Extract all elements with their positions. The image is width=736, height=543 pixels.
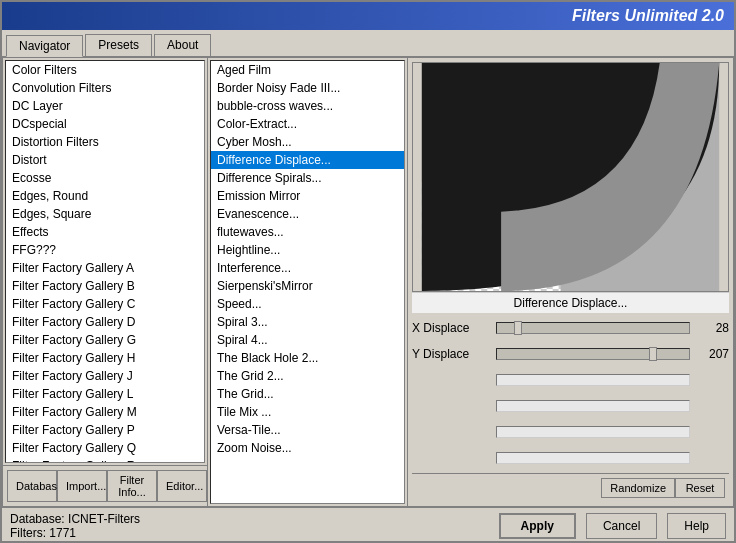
param-row-4 (412, 421, 729, 443)
middle-list-item[interactable]: Emission Mirror (211, 187, 404, 205)
filter-info-button[interactable]: Filter Info... (107, 470, 157, 502)
status-info: Database: ICNET-Filters Filters: 1771 (10, 512, 140, 540)
middle-list-item[interactable]: The Grid... (211, 385, 404, 403)
param-value-0: 28 (694, 321, 729, 335)
param-row-2 (412, 369, 729, 391)
left-list-item[interactable]: Filter Factory Gallery R (6, 457, 204, 463)
middle-list-item[interactable]: The Black Hole 2... (211, 349, 404, 367)
left-list-item[interactable]: Filter Factory Gallery C (6, 295, 204, 313)
tab-navigator[interactable]: Navigator (6, 35, 83, 57)
left-list-item[interactable]: DCspecial (6, 115, 204, 133)
middle-list-item[interactable]: Zoom Noise... (211, 439, 404, 457)
left-list-item[interactable]: Filter Factory Gallery D (6, 313, 204, 331)
left-list-item[interactable]: Edges, Round (6, 187, 204, 205)
param-row-0: X Displace 28 (412, 317, 729, 339)
param-slider-0[interactable] (496, 322, 690, 334)
right-action-buttons: Randomize Reset (412, 473, 729, 502)
preview-label: Difference Displace... (412, 292, 729, 313)
tab-about[interactable]: About (154, 34, 211, 56)
left-list-item[interactable]: Filter Factory Gallery G (6, 331, 204, 349)
preview-area (412, 62, 729, 292)
reset-button[interactable]: Reset (675, 478, 725, 498)
left-bottom-buttons: Database Import... Filter Info... Editor… (3, 465, 207, 506)
left-list-item[interactable]: Filter Factory Gallery Q (6, 439, 204, 457)
right-panel: Difference Displace... X Displace 28 Y D… (408, 58, 733, 506)
middle-list-item[interactable]: Heightline... (211, 241, 404, 259)
left-list-item[interactable]: Color Filters (6, 61, 204, 79)
left-panel: Color FiltersConvolution FiltersDC Layer… (3, 58, 208, 506)
param-value-1: 207 (694, 347, 729, 361)
help-button[interactable]: Help (667, 513, 726, 539)
tab-bar: Navigator Presets About (2, 30, 734, 57)
param-slider-empty-3 (496, 400, 690, 412)
middle-list-item[interactable]: Tile Mix ... (211, 403, 404, 421)
apply-button[interactable]: Apply (499, 513, 576, 539)
middle-list-item[interactable]: Evanescence... (211, 205, 404, 223)
app-title: Filters Unlimited 2.0 (572, 7, 724, 25)
param-label-1: Y Displace (412, 347, 492, 361)
database-info: Database: ICNET-Filters (10, 512, 140, 526)
database-value: ICNET-Filters (68, 512, 140, 526)
middle-list-item[interactable]: Color-Extract... (211, 115, 404, 133)
editor-button[interactable]: Editor... (157, 470, 207, 502)
param-slider-empty-5 (496, 452, 690, 464)
middle-panel: Aged FilmBorder Noisy Fade III...bubble-… (208, 58, 408, 506)
filter-list[interactable]: Aged FilmBorder Noisy Fade III...bubble-… (210, 60, 405, 504)
database-button[interactable]: Database (7, 470, 57, 502)
left-list-item[interactable]: Filter Factory Gallery J (6, 367, 204, 385)
title-bar: Filters Unlimited 2.0 (2, 2, 734, 30)
left-list-item[interactable]: DC Layer (6, 97, 204, 115)
left-list-item[interactable]: Effects (6, 223, 204, 241)
filters-value: 1771 (49, 526, 76, 540)
middle-list-item[interactable]: Sierpenski'sMirror (211, 277, 404, 295)
left-list-item[interactable]: Filter Factory Gallery M (6, 403, 204, 421)
param-slider-empty-4 (496, 426, 690, 438)
left-list-item[interactable]: Filter Factory Gallery B (6, 277, 204, 295)
middle-list-item[interactable]: Speed... (211, 295, 404, 313)
preview-image (413, 63, 728, 291)
left-list-item[interactable]: Filter Factory Gallery H (6, 349, 204, 367)
left-list-item[interactable]: Filter Factory Gallery A (6, 259, 204, 277)
category-list[interactable]: Color FiltersConvolution FiltersDC Layer… (5, 60, 205, 463)
params-area: X Displace 28 Y Displace 207 (412, 317, 729, 473)
middle-list-item[interactable]: flutewaves... (211, 223, 404, 241)
left-list-item[interactable]: FFG??? (6, 241, 204, 259)
category-list-container: Color FiltersConvolution FiltersDC Layer… (3, 58, 207, 465)
left-list-item[interactable]: Filter Factory Gallery L (6, 385, 204, 403)
param-row-3 (412, 395, 729, 417)
status-buttons: Apply Cancel Help (499, 513, 726, 539)
middle-list-item[interactable]: bubble-cross waves... (211, 97, 404, 115)
middle-list-item[interactable]: Aged Film (211, 61, 404, 79)
middle-list-item[interactable]: The Grid 2... (211, 367, 404, 385)
database-label: Database: (10, 512, 65, 526)
middle-list-item[interactable]: Interference... (211, 259, 404, 277)
import-button[interactable]: Import... (57, 470, 107, 502)
param-slider-1[interactable] (496, 348, 690, 360)
param-label-0: X Displace (412, 321, 492, 335)
left-list-item[interactable]: Edges, Square (6, 205, 204, 223)
randomize-button[interactable]: Randomize (601, 478, 675, 498)
middle-list-item[interactable]: Cyber Mosh... (211, 133, 404, 151)
middle-list-item[interactable]: Versa-Tile... (211, 421, 404, 439)
main-content: Color FiltersConvolution FiltersDC Layer… (2, 57, 734, 507)
left-list-item[interactable]: Distortion Filters (6, 133, 204, 151)
param-row-5 (412, 447, 729, 469)
param-slider-empty-2 (496, 374, 690, 386)
cancel-button[interactable]: Cancel (586, 513, 657, 539)
tab-presets[interactable]: Presets (85, 34, 152, 56)
left-list-item[interactable]: Ecosse (6, 169, 204, 187)
left-list-item[interactable]: Distort (6, 151, 204, 169)
filters-label: Filters: (10, 526, 46, 540)
middle-list-item[interactable]: Border Noisy Fade III... (211, 79, 404, 97)
filters-info: Filters: 1771 (10, 526, 140, 540)
param-row-1: Y Displace 207 (412, 343, 729, 365)
middle-list-item[interactable]: Difference Displace... (211, 151, 404, 169)
left-list-item[interactable]: Convolution Filters (6, 79, 204, 97)
middle-list-item[interactable]: Difference Spirals... (211, 169, 404, 187)
left-list-item[interactable]: Filter Factory Gallery P (6, 421, 204, 439)
middle-list-item[interactable]: Spiral 4... (211, 331, 404, 349)
status-bar: Database: ICNET-Filters Filters: 1771 Ap… (2, 507, 734, 543)
middle-list-item[interactable]: Spiral 3... (211, 313, 404, 331)
